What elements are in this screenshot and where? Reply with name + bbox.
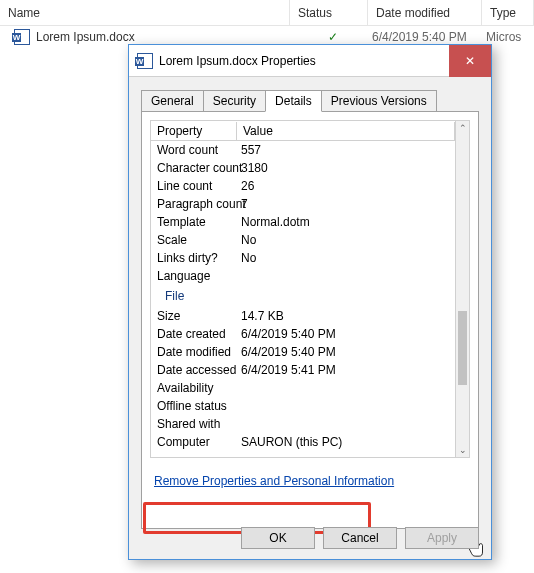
- tab-general[interactable]: General: [141, 90, 204, 111]
- details-tab-panel: Property Value Word count557 Character c…: [141, 111, 479, 529]
- column-header-name[interactable]: Name: [0, 0, 290, 25]
- property-row[interactable]: Language: [151, 267, 455, 285]
- property-value: 6/4/2019 5:40 PM: [237, 327, 455, 341]
- property-name: Links dirty?: [151, 251, 237, 265]
- remove-properties-link[interactable]: Remove Properties and Personal Informati…: [154, 474, 394, 488]
- property-value: No: [237, 233, 455, 247]
- property-value: SAURON (this PC): [237, 435, 455, 449]
- word-doc-icon: [137, 53, 153, 69]
- property-value: 26: [237, 179, 455, 193]
- property-row[interactable]: Availability: [151, 379, 455, 397]
- property-name: Shared with: [151, 417, 237, 431]
- scroll-up-icon[interactable]: ⌃: [456, 121, 469, 135]
- file-name: Lorem Ipsum.docx: [36, 30, 294, 44]
- property-row[interactable]: ComputerSAURON (this PC): [151, 433, 455, 451]
- cancel-button[interactable]: Cancel: [323, 527, 397, 549]
- property-row[interactable]: Paragraph count7: [151, 195, 455, 213]
- property-value: No: [237, 251, 455, 265]
- property-row[interactable]: TemplateNormal.dotm: [151, 213, 455, 231]
- property-name: Character count: [151, 161, 237, 175]
- property-row[interactable]: Word count557: [151, 141, 455, 159]
- property-value: 6/4/2019 5:41 PM: [237, 363, 455, 377]
- property-row[interactable]: Line count26: [151, 177, 455, 195]
- property-name: Date accessed: [151, 363, 237, 377]
- properties-dialog: Lorem Ipsum.docx Properties ✕ General Se…: [128, 44, 492, 560]
- property-name: Date created: [151, 327, 237, 341]
- property-value: 557: [237, 143, 455, 157]
- dialog-title: Lorem Ipsum.docx Properties: [159, 54, 449, 68]
- property-value: 14.7 KB: [237, 309, 455, 323]
- word-doc-icon: [14, 29, 30, 45]
- grid-header-value[interactable]: Value: [237, 122, 455, 140]
- property-section-file: File: [151, 285, 455, 307]
- property-row[interactable]: Shared with: [151, 415, 455, 433]
- tab-previous-versions[interactable]: Previous Versions: [321, 90, 437, 111]
- remove-properties-row: Remove Properties and Personal Informati…: [150, 468, 470, 494]
- titlebar[interactable]: Lorem Ipsum.docx Properties ✕: [129, 45, 491, 77]
- property-row[interactable]: Date accessed6/4/2019 5:41 PM: [151, 361, 455, 379]
- file-status-icon: ✓: [294, 30, 372, 44]
- property-value: 3180: [237, 161, 455, 175]
- property-name: Language: [151, 269, 237, 283]
- property-value: Normal.dotm: [237, 215, 455, 229]
- property-name: Template: [151, 215, 237, 229]
- column-header-type[interactable]: Type: [482, 0, 534, 25]
- property-grid: Property Value Word count557 Character c…: [150, 120, 470, 458]
- property-name: Word count: [151, 143, 237, 157]
- property-name: Availability: [151, 381, 237, 395]
- property-row[interactable]: Date created6/4/2019 5:40 PM: [151, 325, 455, 343]
- file-type: Micros: [486, 30, 521, 44]
- property-row[interactable]: Date modified6/4/2019 5:40 PM: [151, 343, 455, 361]
- property-name: Computer: [151, 435, 237, 449]
- close-button[interactable]: ✕: [449, 45, 491, 77]
- close-icon: ✕: [465, 54, 475, 68]
- column-header-date[interactable]: Date modified: [368, 0, 482, 25]
- tab-security[interactable]: Security: [203, 90, 266, 111]
- column-header-status[interactable]: Status: [290, 0, 368, 25]
- property-row[interactable]: Size14.7 KB: [151, 307, 455, 325]
- property-row[interactable]: Character count3180: [151, 159, 455, 177]
- tabstrip: General Security Details Previous Versio…: [141, 87, 479, 111]
- file-date: 6/4/2019 5:40 PM: [372, 30, 486, 44]
- scroll-thumb[interactable]: [458, 311, 467, 385]
- property-name: Size: [151, 309, 237, 323]
- scrollbar[interactable]: ⌃ ⌄: [455, 121, 469, 457]
- property-name: Line count: [151, 179, 237, 193]
- property-name: Paragraph count: [151, 197, 237, 211]
- property-row[interactable]: Offline status: [151, 397, 455, 415]
- tab-details[interactable]: Details: [265, 90, 322, 112]
- grid-header-property[interactable]: Property: [151, 122, 237, 140]
- scroll-down-icon[interactable]: ⌄: [456, 443, 469, 457]
- dialog-button-row: OK Cancel Apply: [241, 527, 479, 549]
- property-row[interactable]: Links dirty?No: [151, 249, 455, 267]
- property-name: Date modified: [151, 345, 237, 359]
- property-row[interactable]: ScaleNo: [151, 231, 455, 249]
- ok-button[interactable]: OK: [241, 527, 315, 549]
- property-name: Offline status: [151, 399, 237, 413]
- apply-button: Apply: [405, 527, 479, 549]
- property-name: Scale: [151, 233, 237, 247]
- property-value: 6/4/2019 5:40 PM: [237, 345, 455, 359]
- property-value: 7: [237, 197, 455, 211]
- file-list-header: Name Status Date modified Type: [0, 0, 534, 26]
